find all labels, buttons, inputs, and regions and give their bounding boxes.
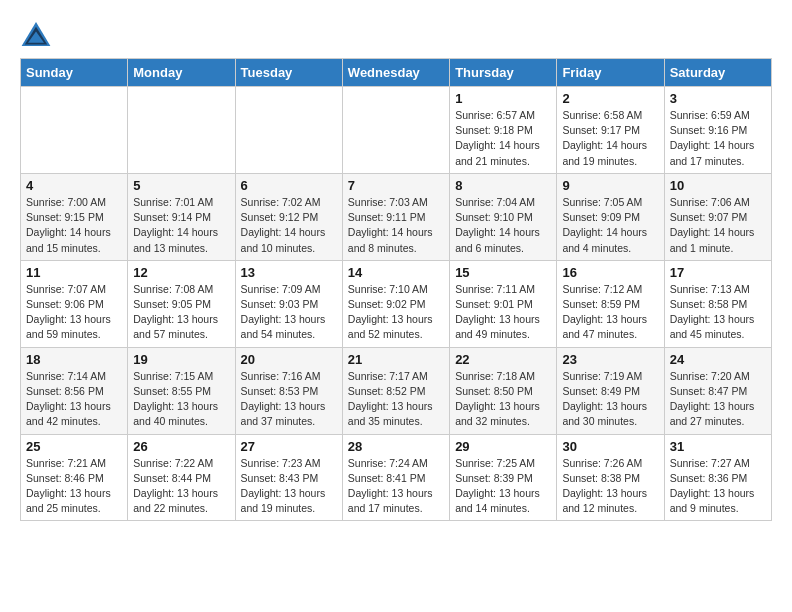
day-info: Sunrise: 7:08 AMSunset: 9:05 PMDaylight:… [133,282,229,343]
day-number: 7 [348,178,444,193]
day-info: Sunrise: 7:22 AMSunset: 8:44 PMDaylight:… [133,456,229,517]
day-info: Sunrise: 7:05 AMSunset: 9:09 PMDaylight:… [562,195,658,256]
day-number: 10 [670,178,766,193]
day-number: 2 [562,91,658,106]
day-cell-17: 17Sunrise: 7:13 AMSunset: 8:58 PMDayligh… [664,260,771,347]
week-row-3: 11Sunrise: 7:07 AMSunset: 9:06 PMDayligh… [21,260,772,347]
day-cell-13: 13Sunrise: 7:09 AMSunset: 9:03 PMDayligh… [235,260,342,347]
day-info: Sunrise: 7:23 AMSunset: 8:43 PMDaylight:… [241,456,337,517]
day-cell-11: 11Sunrise: 7:07 AMSunset: 9:06 PMDayligh… [21,260,128,347]
week-row-4: 18Sunrise: 7:14 AMSunset: 8:56 PMDayligh… [21,347,772,434]
day-header-sunday: Sunday [21,59,128,87]
day-header-monday: Monday [128,59,235,87]
day-number: 1 [455,91,551,106]
week-row-2: 4Sunrise: 7:00 AMSunset: 9:15 PMDaylight… [21,173,772,260]
day-cell-28: 28Sunrise: 7:24 AMSunset: 8:41 PMDayligh… [342,434,449,521]
day-cell-20: 20Sunrise: 7:16 AMSunset: 8:53 PMDayligh… [235,347,342,434]
day-info: Sunrise: 7:13 AMSunset: 8:58 PMDaylight:… [670,282,766,343]
day-number: 21 [348,352,444,367]
day-info: Sunrise: 7:06 AMSunset: 9:07 PMDaylight:… [670,195,766,256]
day-number: 12 [133,265,229,280]
day-cell-1: 1Sunrise: 6:57 AMSunset: 9:18 PMDaylight… [450,87,557,174]
day-number: 24 [670,352,766,367]
day-info: Sunrise: 7:04 AMSunset: 9:10 PMDaylight:… [455,195,551,256]
day-number: 28 [348,439,444,454]
day-info: Sunrise: 7:03 AMSunset: 9:11 PMDaylight:… [348,195,444,256]
day-cell-22: 22Sunrise: 7:18 AMSunset: 8:50 PMDayligh… [450,347,557,434]
day-cell-10: 10Sunrise: 7:06 AMSunset: 9:07 PMDayligh… [664,173,771,260]
day-info: Sunrise: 7:00 AMSunset: 9:15 PMDaylight:… [26,195,122,256]
day-cell-14: 14Sunrise: 7:10 AMSunset: 9:02 PMDayligh… [342,260,449,347]
day-number: 8 [455,178,551,193]
logo-icon [20,20,52,48]
day-cell-7: 7Sunrise: 7:03 AMSunset: 9:11 PMDaylight… [342,173,449,260]
day-cell-9: 9Sunrise: 7:05 AMSunset: 9:09 PMDaylight… [557,173,664,260]
day-info: Sunrise: 7:17 AMSunset: 8:52 PMDaylight:… [348,369,444,430]
empty-cell [21,87,128,174]
logo [20,20,56,48]
day-cell-24: 24Sunrise: 7:20 AMSunset: 8:47 PMDayligh… [664,347,771,434]
day-number: 26 [133,439,229,454]
week-row-1: 1Sunrise: 6:57 AMSunset: 9:18 PMDaylight… [21,87,772,174]
day-info: Sunrise: 7:20 AMSunset: 8:47 PMDaylight:… [670,369,766,430]
empty-cell [128,87,235,174]
day-cell-6: 6Sunrise: 7:02 AMSunset: 9:12 PMDaylight… [235,173,342,260]
day-info: Sunrise: 7:02 AMSunset: 9:12 PMDaylight:… [241,195,337,256]
day-info: Sunrise: 7:24 AMSunset: 8:41 PMDaylight:… [348,456,444,517]
day-info: Sunrise: 7:07 AMSunset: 9:06 PMDaylight:… [26,282,122,343]
day-info: Sunrise: 7:01 AMSunset: 9:14 PMDaylight:… [133,195,229,256]
day-cell-21: 21Sunrise: 7:17 AMSunset: 8:52 PMDayligh… [342,347,449,434]
day-number: 25 [26,439,122,454]
empty-cell [235,87,342,174]
day-number: 19 [133,352,229,367]
day-cell-2: 2Sunrise: 6:58 AMSunset: 9:17 PMDaylight… [557,87,664,174]
day-number: 13 [241,265,337,280]
day-header-saturday: Saturday [664,59,771,87]
day-info: Sunrise: 7:14 AMSunset: 8:56 PMDaylight:… [26,369,122,430]
day-cell-5: 5Sunrise: 7:01 AMSunset: 9:14 PMDaylight… [128,173,235,260]
day-info: Sunrise: 7:11 AMSunset: 9:01 PMDaylight:… [455,282,551,343]
day-number: 6 [241,178,337,193]
day-number: 4 [26,178,122,193]
day-number: 30 [562,439,658,454]
day-number: 23 [562,352,658,367]
day-number: 20 [241,352,337,367]
page-header [20,20,772,48]
day-info: Sunrise: 6:57 AMSunset: 9:18 PMDaylight:… [455,108,551,169]
day-number: 11 [26,265,122,280]
day-number: 31 [670,439,766,454]
day-info: Sunrise: 7:15 AMSunset: 8:55 PMDaylight:… [133,369,229,430]
day-cell-29: 29Sunrise: 7:25 AMSunset: 8:39 PMDayligh… [450,434,557,521]
day-number: 17 [670,265,766,280]
day-cell-8: 8Sunrise: 7:04 AMSunset: 9:10 PMDaylight… [450,173,557,260]
empty-cell [342,87,449,174]
day-cell-3: 3Sunrise: 6:59 AMSunset: 9:16 PMDaylight… [664,87,771,174]
day-cell-25: 25Sunrise: 7:21 AMSunset: 8:46 PMDayligh… [21,434,128,521]
day-cell-16: 16Sunrise: 7:12 AMSunset: 8:59 PMDayligh… [557,260,664,347]
day-number: 5 [133,178,229,193]
day-cell-18: 18Sunrise: 7:14 AMSunset: 8:56 PMDayligh… [21,347,128,434]
day-number: 29 [455,439,551,454]
day-number: 14 [348,265,444,280]
day-cell-26: 26Sunrise: 7:22 AMSunset: 8:44 PMDayligh… [128,434,235,521]
day-cell-30: 30Sunrise: 7:26 AMSunset: 8:38 PMDayligh… [557,434,664,521]
day-cell-19: 19Sunrise: 7:15 AMSunset: 8:55 PMDayligh… [128,347,235,434]
day-number: 22 [455,352,551,367]
day-number: 3 [670,91,766,106]
day-cell-4: 4Sunrise: 7:00 AMSunset: 9:15 PMDaylight… [21,173,128,260]
day-info: Sunrise: 7:26 AMSunset: 8:38 PMDaylight:… [562,456,658,517]
day-info: Sunrise: 7:16 AMSunset: 8:53 PMDaylight:… [241,369,337,430]
day-cell-31: 31Sunrise: 7:27 AMSunset: 8:36 PMDayligh… [664,434,771,521]
day-header-friday: Friday [557,59,664,87]
day-number: 16 [562,265,658,280]
day-number: 9 [562,178,658,193]
day-header-tuesday: Tuesday [235,59,342,87]
week-row-5: 25Sunrise: 7:21 AMSunset: 8:46 PMDayligh… [21,434,772,521]
day-cell-15: 15Sunrise: 7:11 AMSunset: 9:01 PMDayligh… [450,260,557,347]
day-info: Sunrise: 7:10 AMSunset: 9:02 PMDaylight:… [348,282,444,343]
day-info: Sunrise: 7:27 AMSunset: 8:36 PMDaylight:… [670,456,766,517]
day-number: 27 [241,439,337,454]
day-info: Sunrise: 7:25 AMSunset: 8:39 PMDaylight:… [455,456,551,517]
day-cell-12: 12Sunrise: 7:08 AMSunset: 9:05 PMDayligh… [128,260,235,347]
day-info: Sunrise: 6:58 AMSunset: 9:17 PMDaylight:… [562,108,658,169]
